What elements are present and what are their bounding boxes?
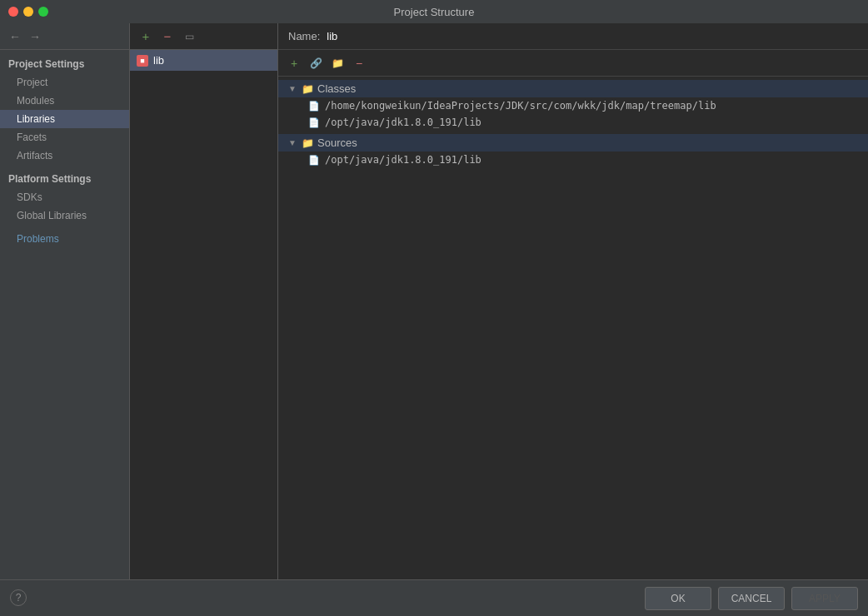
folder-button[interactable]: 📁	[328, 54, 347, 72]
remove-library-button[interactable]: −	[158, 27, 177, 46]
sources-chevron-icon: ▼	[288, 138, 298, 147]
main-content: ← → Project Settings Project Modules Lib…	[0, 23, 868, 579]
sidebar-nav-bar: ← →	[0, 23, 129, 50]
maximize-button[interactable]	[38, 7, 48, 17]
center-panel: + − ▭ ■ lib	[130, 23, 278, 579]
help-button[interactable]: ?	[10, 589, 27, 606]
remove-entry-button[interactable]: −	[350, 54, 368, 72]
classes-item-1[interactable]: 📄 /opt/java/jdk1.8.0_191/lib	[278, 114, 868, 131]
sidebar: ← → Project Settings Project Modules Lib…	[0, 23, 130, 579]
sidebar-item-problems[interactable]: Problems	[0, 230, 129, 248]
title-bar: Project Structure	[0, 0, 868, 23]
close-button[interactable]	[8, 7, 18, 17]
classes-folder-icon: 📁	[302, 83, 314, 95]
add-entry-button[interactable]: +	[285, 54, 303, 72]
apply-button[interactable]: APPLY	[791, 587, 858, 610]
sidebar-item-global-libraries[interactable]: Global Libraries	[0, 206, 129, 225]
link-button[interactable]: 🔗	[307, 54, 325, 72]
project-settings-label: Project Settings	[0, 50, 129, 73]
center-toolbar: + − ▭	[130, 23, 277, 50]
classes-section-header[interactable]: ▼ 📁 Classes	[278, 80, 868, 97]
sources-label: Sources	[317, 137, 357, 149]
bottom-bar: ? OK CANCEL APPLY	[0, 579, 868, 616]
right-panel: Name: lib + 🔗 📁 − ▼ 📁 Classes 📄 /home/ko…	[278, 23, 868, 579]
sidebar-item-project[interactable]: Project	[0, 73, 129, 92]
forward-button[interactable]: →	[27, 28, 43, 45]
traffic-lights	[8, 7, 48, 17]
sidebar-item-artifacts[interactable]: Artifacts	[0, 147, 129, 165]
copy-library-button[interactable]: ▭	[180, 27, 198, 46]
sources-section: ▼ 📁 Sources 📄 /opt/java/jdk1.8.0_191/lib	[278, 134, 868, 168]
classes-item-0[interactable]: 📄 /home/kongweikun/IdeaProjects/JDK/src/…	[278, 97, 868, 114]
sidebar-item-sdks[interactable]: SDKs	[0, 188, 129, 206]
add-library-button[interactable]: +	[137, 27, 155, 46]
name-value: lib	[327, 30, 337, 42]
sources-folder-icon: 📁	[302, 137, 314, 149]
minimize-button[interactable]	[23, 7, 33, 17]
classes-path-1: /opt/java/jdk1.8.0_191/lib	[325, 117, 481, 128]
right-toolbar: + 🔗 📁 −	[278, 50, 868, 77]
tree-area: ▼ 📁 Classes 📄 /home/kongweikun/IdeaProje…	[278, 77, 868, 579]
library-icon: ■	[137, 55, 148, 67]
sources-section-header[interactable]: ▼ 📁 Sources	[278, 134, 868, 152]
classes-section: ▼ 📁 Classes 📄 /home/kongweikun/IdeaProje…	[278, 80, 868, 131]
sources-item-0[interactable]: 📄 /opt/java/jdk1.8.0_191/lib	[278, 152, 868, 168]
ok-button[interactable]: OK	[645, 587, 711, 610]
platform-settings-label: Platform Settings	[0, 165, 129, 188]
name-bar: Name: lib	[278, 23, 868, 50]
sources-file-icon-0: 📄	[308, 155, 320, 166]
sources-path-0: /opt/java/jdk1.8.0_191/lib	[325, 154, 481, 166]
sidebar-item-modules[interactable]: Modules	[0, 92, 129, 110]
classes-chevron-icon: ▼	[288, 84, 298, 93]
cancel-button[interactable]: CANCEL	[718, 587, 785, 610]
library-list-item[interactable]: ■ lib	[130, 50, 277, 71]
back-button[interactable]: ←	[7, 28, 23, 45]
sidebar-item-libraries[interactable]: Libraries	[0, 110, 129, 128]
file-icon-1: 📄	[308, 117, 320, 128]
name-label: Name:	[288, 30, 320, 42]
sidebar-item-facets[interactable]: Facets	[0, 128, 129, 147]
library-name: lib	[153, 54, 164, 67]
file-icon-0: 📄	[308, 101, 320, 112]
classes-path-0: /home/kongweikun/IdeaProjects/JDK/src/co…	[325, 100, 716, 112]
classes-label: Classes	[317, 82, 356, 95]
window-title: Project Structure	[394, 6, 475, 18]
